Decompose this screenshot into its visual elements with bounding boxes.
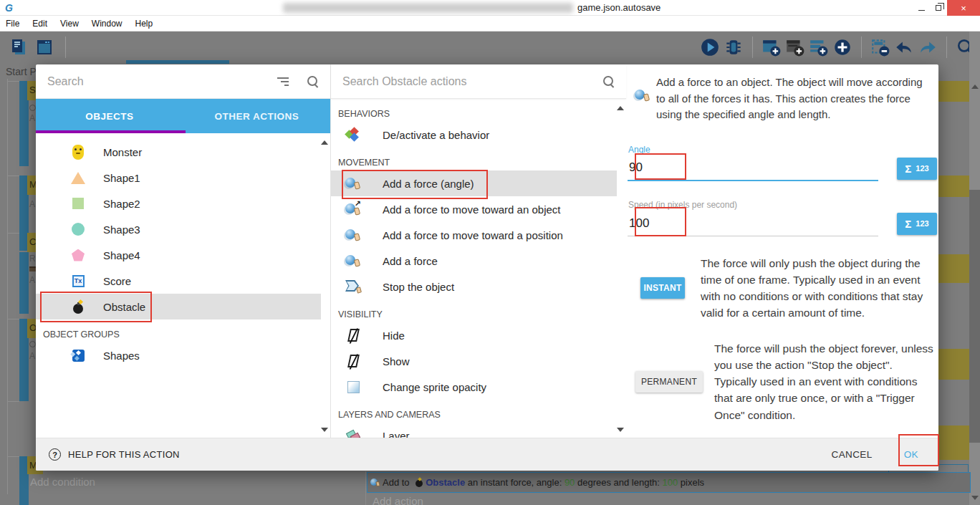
- objects-search-input[interactable]: [47, 75, 277, 88]
- menu-view[interactable]: View: [54, 19, 85, 29]
- selected-action-row[interactable]: Add to Obstacle an instant force, angle:…: [367, 472, 971, 493]
- force-icon: [345, 253, 361, 269]
- object-label: Shape4: [103, 249, 140, 261]
- scroll-up-icon[interactable]: [971, 85, 979, 89]
- speed-input[interactable]: [628, 215, 878, 236]
- actions-search-input[interactable]: [342, 75, 603, 88]
- cancel-button[interactable]: CANCEL: [832, 449, 873, 460]
- angle-input[interactable]: [628, 159, 878, 181]
- add-action-link[interactable]: Add action: [373, 495, 423, 505]
- tree-tick: [7, 319, 19, 319]
- events-sheet-icon[interactable]: [9, 37, 29, 57]
- redo-icon[interactable]: [918, 37, 938, 57]
- action-text: degrees and length:: [575, 477, 662, 488]
- play-icon[interactable]: [700, 37, 720, 57]
- object-row-score[interactable]: Tx Score: [36, 268, 321, 294]
- tree-tick: [7, 233, 19, 234]
- action-row-add-force[interactable]: Add a force: [331, 248, 617, 274]
- speed-expression-button[interactable]: Σ 123: [897, 213, 937, 235]
- action-label: Add a force to move toward a position: [383, 229, 563, 241]
- add-scene-icon[interactable]: [762, 37, 782, 57]
- tab-other-actions[interactable]: OTHER ACTIONS: [183, 99, 331, 133]
- menu-help[interactable]: Help: [129, 19, 160, 29]
- scene-tab-label[interactable]: Start P: [6, 66, 37, 77]
- action-row-deactivate-behavior[interactable]: De/activate a behavior: [331, 122, 617, 148]
- tab-objects[interactable]: OBJECTS: [36, 99, 183, 133]
- opacity-icon: [345, 379, 361, 395]
- menu-window[interactable]: Window: [85, 19, 129, 29]
- add-external-events-icon[interactable]: [785, 37, 805, 57]
- scene-window-icon[interactable]: [34, 37, 54, 57]
- section-movement: MOVEMENT: [331, 153, 626, 170]
- menu-file[interactable]: File: [0, 19, 26, 29]
- close-button[interactable]: ×: [947, 0, 980, 16]
- event-header-right: [938, 81, 969, 102]
- scroll-up-icon[interactable]: [321, 140, 328, 145]
- restore-button[interactable]: [930, 0, 947, 16]
- search-icon[interactable]: [603, 76, 615, 87]
- action-row-force-toward-object[interactable]: ↗ Add a force to move toward an object: [331, 196, 617, 222]
- object-groups-header: OBJECT GROUPS: [36, 325, 330, 342]
- timer-icon: [29, 341, 36, 347]
- action-row-add-force-angle[interactable]: Add a force (angle): [331, 170, 617, 196]
- instant-mode-row: INSTANT The force will only push the obj…: [626, 255, 938, 322]
- objects-panel: OBJECTS OTHER ACTIONS Monster Shape1: [36, 64, 330, 438]
- add-external-layout-icon[interactable]: [809, 37, 829, 57]
- toolbar-separator: [65, 37, 66, 58]
- action-label: Change sprite opacity: [383, 381, 486, 393]
- action-row-layer[interactable]: Layer: [331, 423, 617, 438]
- filter-icon[interactable]: [277, 75, 289, 88]
- debug-icon[interactable]: [724, 37, 744, 57]
- action-label: Add a force: [383, 255, 438, 267]
- event-fragment: A: [29, 275, 35, 285]
- object-row-shape4[interactable]: Shape4: [36, 242, 321, 268]
- object-row-obstacle[interactable]: Obstacle: [36, 294, 321, 319]
- speed-field: Speed (in pixels per second) Σ 123: [628, 200, 937, 236]
- action-row-stop-object[interactable]: Stop the object: [331, 274, 617, 299]
- dialog-footer: ? HELP FOR THIS ACTION CANCEL OK: [36, 438, 938, 471]
- action-row-change-opacity[interactable]: Change sprite opacity: [331, 374, 617, 400]
- scroll-down-icon[interactable]: [617, 428, 624, 432]
- bomb-icon: [415, 478, 423, 487]
- menubar: File Edit View Window Help: [0, 16, 980, 32]
- group-row-shapes[interactable]: Shapes: [36, 342, 321, 368]
- speed-label: Speed (in pixels per second): [628, 200, 937, 210]
- help-link[interactable]: HELP FOR THIS ACTION: [68, 449, 180, 460]
- object-row-monster[interactable]: Monster: [36, 139, 321, 165]
- object-row-shape3[interactable]: Shape3: [36, 216, 321, 242]
- action-text: an instant force, angle:: [465, 477, 565, 488]
- section-visibility: VISIBILITY: [331, 305, 626, 322]
- minimize-button[interactable]: [913, 0, 930, 16]
- add-object-circle-plus-icon[interactable]: [832, 37, 852, 57]
- force-icon: [345, 175, 361, 191]
- permanent-button[interactable]: PERMANENT: [635, 371, 703, 393]
- action-row-hide[interactable]: Hide: [331, 322, 617, 348]
- toolbar-separator: [946, 37, 947, 58]
- event-header-right: [938, 349, 969, 380]
- search-icon[interactable]: [307, 76, 319, 87]
- help-icon: ?: [49, 448, 61, 461]
- undo-icon[interactable]: [894, 37, 914, 57]
- scroll-up-icon[interactable]: [617, 106, 624, 110]
- titlebar: G game.json.autosave ×: [0, 0, 980, 16]
- angle-expression-button[interactable]: Σ 123: [897, 158, 937, 180]
- action-angle-value: 90: [565, 477, 575, 488]
- menu-edit[interactable]: Edit: [26, 19, 54, 29]
- stop-icon: [345, 279, 361, 294]
- permanent-mode-row: PERMANENT The force will push the object…: [626, 340, 938, 423]
- action-row-show[interactable]: Show: [331, 348, 617, 374]
- action-row-force-toward-position[interactable]: Add a force to move toward a position: [331, 222, 617, 248]
- remove-window-icon[interactable]: [870, 37, 890, 57]
- ok-button[interactable]: OK: [904, 449, 918, 460]
- add-condition-link[interactable]: Add condition: [30, 476, 95, 488]
- object-label: Shape2: [103, 198, 140, 210]
- scroll-down-icon[interactable]: [971, 496, 979, 500]
- square-icon: [70, 196, 86, 211]
- tree-tick: [7, 456, 19, 457]
- scroll-down-icon[interactable]: [321, 428, 328, 432]
- object-row-shape2[interactable]: Shape2: [36, 191, 321, 216]
- action-description: Add a force to an object. The object wil…: [635, 74, 936, 123]
- object-row-shape1[interactable]: Shape1: [36, 165, 321, 191]
- events-scrollbar-thumb[interactable]: [969, 190, 980, 443]
- instant-button[interactable]: INSTANT: [640, 277, 685, 299]
